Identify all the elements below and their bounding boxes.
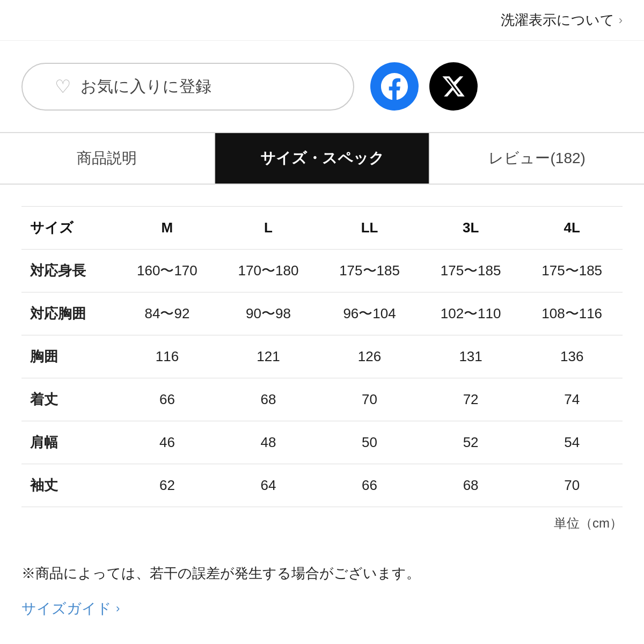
row-sleeve-3l: 68 — [420, 464, 522, 507]
row-sleeve-4l: 70 — [521, 464, 623, 507]
size-table-section: サイズ M L LL 3L 4L 対応身長 160〜170 170〜180 17… — [0, 185, 644, 548]
row-label-height: 対応身長 — [21, 250, 116, 292]
note-text: ※商品によっては、若干の誤差が発生する場合がございます。 — [0, 548, 644, 594]
row-shoulder-4l: 54 — [521, 421, 623, 464]
row-length-4l: 74 — [521, 378, 623, 421]
row-sleeve-m: 62 — [116, 464, 218, 507]
favorite-button[interactable]: ♡ お気に入りに登録 — [21, 63, 354, 111]
row-chest-fit-3l: 102〜110 — [420, 292, 522, 335]
tab-description-label: 商品説明 — [77, 150, 137, 166]
row-chest-4l: 136 — [521, 335, 623, 378]
row-shoulder-l: 48 — [218, 421, 319, 464]
wash-chevron-icon: › — [619, 13, 623, 27]
table-row: 肩幅 46 48 50 52 54 — [21, 421, 623, 464]
col-header-m: M — [116, 207, 218, 250]
row-chest-ll: 126 — [319, 335, 420, 378]
row-chest-fit-m: 84〜92 — [116, 292, 218, 335]
row-chest-fit-ll: 96〜104 — [319, 292, 420, 335]
row-length-l: 68 — [218, 378, 319, 421]
table-row: 対応胸囲 84〜92 90〜98 96〜104 102〜110 108〜116 — [21, 292, 623, 335]
row-sleeve-l: 64 — [218, 464, 319, 507]
tab-review[interactable]: レビュー(182) — [430, 133, 644, 184]
tabs-row: 商品説明 サイズ・スペック レビュー(182) — [0, 132, 644, 185]
unit-label: 単位（cm） — [21, 507, 623, 537]
table-row: 袖丈 62 64 66 68 70 — [21, 464, 623, 507]
size-guide-label: サイズガイド — [21, 599, 112, 618]
row-label-shoulder: 肩幅 — [21, 421, 116, 464]
favorite-social-row: ♡ お気に入りに登録 — [0, 41, 644, 132]
row-label-sleeve: 袖丈 — [21, 464, 116, 507]
x-twitter-icon[interactable] — [429, 62, 478, 111]
col-header-4l: 4L — [521, 207, 623, 250]
wash-link-row: 洗濯表示について › — [0, 0, 644, 41]
heart-icon: ♡ — [55, 76, 71, 97]
table-header-row: サイズ M L LL 3L 4L — [21, 207, 623, 250]
row-label-length: 着丈 — [21, 378, 116, 421]
row-chest-m: 116 — [116, 335, 218, 378]
row-shoulder-m: 46 — [116, 421, 218, 464]
row-sleeve-ll: 66 — [319, 464, 420, 507]
row-shoulder-ll: 50 — [319, 421, 420, 464]
tab-size-spec[interactable]: サイズ・スペック — [215, 133, 429, 184]
size-guide-chevron-icon: › — [116, 602, 120, 616]
size-table: サイズ M L LL 3L 4L 対応身長 160〜170 170〜180 17… — [21, 206, 623, 507]
table-row: 胸囲 116 121 126 131 136 — [21, 335, 623, 378]
facebook-icon[interactable] — [370, 62, 419, 111]
row-label-chest-fit: 対応胸囲 — [21, 292, 116, 335]
tab-description[interactable]: 商品説明 — [0, 133, 214, 184]
x-svg — [441, 74, 466, 99]
row-height-3l: 175〜185 — [420, 250, 522, 292]
col-header-size: サイズ — [21, 207, 116, 250]
col-header-ll: LL — [319, 207, 420, 250]
row-length-m: 66 — [116, 378, 218, 421]
col-header-3l: 3L — [420, 207, 522, 250]
row-chest-fit-4l: 108〜116 — [521, 292, 623, 335]
row-chest-3l: 131 — [420, 335, 522, 378]
col-header-l: L — [218, 207, 319, 250]
row-height-l: 170〜180 — [218, 250, 319, 292]
wash-link-text: 洗濯表示について — [501, 11, 614, 30]
wash-label-link[interactable]: 洗濯表示について › — [501, 11, 623, 30]
facebook-svg — [381, 73, 408, 100]
row-chest-l: 121 — [218, 335, 319, 378]
row-height-ll: 175〜185 — [319, 250, 420, 292]
social-icons — [370, 62, 478, 111]
row-chest-fit-l: 90〜98 — [218, 292, 319, 335]
tab-size-spec-label: サイズ・スペック — [260, 150, 384, 166]
tab-review-label: レビュー(182) — [488, 150, 585, 166]
favorite-label: お気に入りに登録 — [80, 76, 211, 98]
row-height-4l: 175〜185 — [521, 250, 623, 292]
row-height-m: 160〜170 — [116, 250, 218, 292]
row-label-chest: 胸囲 — [21, 335, 116, 378]
table-row: 着丈 66 68 70 72 74 — [21, 378, 623, 421]
table-row: 対応身長 160〜170 170〜180 175〜185 175〜185 175… — [21, 250, 623, 292]
row-shoulder-3l: 52 — [420, 421, 522, 464]
row-length-3l: 72 — [420, 378, 522, 421]
row-length-ll: 70 — [319, 378, 420, 421]
size-guide-link[interactable]: サイズガイド › — [0, 594, 644, 634]
